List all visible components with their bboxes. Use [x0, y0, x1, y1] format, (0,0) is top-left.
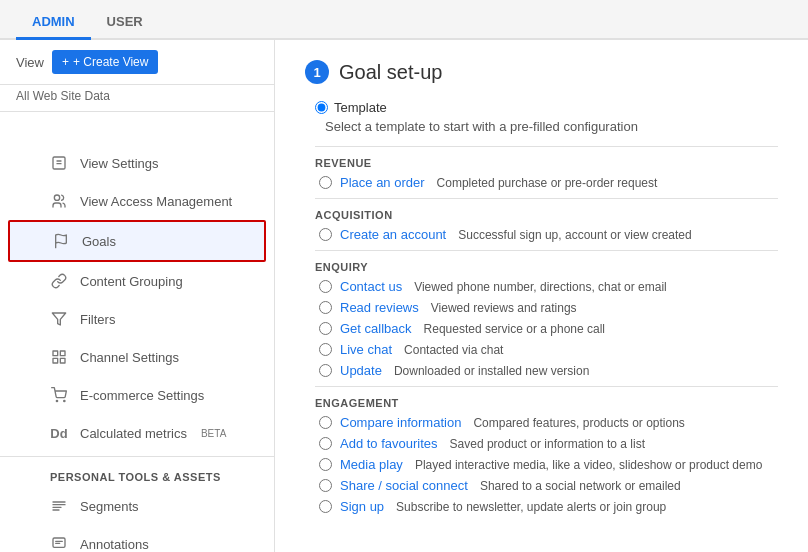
add-favourites-label[interactable]: Add to favourites [340, 436, 438, 451]
back-arrow-button[interactable] [0, 112, 32, 144]
update-radio[interactable] [319, 364, 332, 377]
create-account-label[interactable]: Create an account [340, 227, 446, 242]
read-reviews-desc: Viewed reviews and ratings [431, 301, 577, 315]
sign-up-label[interactable]: Sign up [340, 499, 384, 514]
svg-marker-5 [52, 313, 65, 325]
sidebar-item-label: Filters [80, 312, 115, 327]
goal-option-add-favourites: Add to favourites Saved product or infor… [315, 436, 778, 451]
share-social-label[interactable]: Share / social connect [340, 478, 468, 493]
view-label: View [16, 55, 44, 70]
plus-icon: + [62, 55, 69, 69]
acquisition-section-label: ACQUISITION [315, 209, 778, 221]
svg-point-10 [56, 400, 57, 401]
read-reviews-radio[interactable] [319, 301, 332, 314]
page-title: Goal set-up [339, 61, 442, 84]
media-play-desc: Played interactive media, like a video, … [415, 458, 763, 472]
sidebar-item-content-grouping[interactable]: Content Grouping [0, 262, 274, 300]
svg-rect-7 [60, 351, 65, 356]
revenue-section-label: REVENUE [315, 157, 778, 169]
goal-option-sign-up: Sign up Subscribe to newsletter, update … [315, 499, 778, 514]
sidebar-item-ecommerce[interactable]: E-commerce Settings [0, 376, 274, 414]
contact-us-label[interactable]: Contact us [340, 279, 402, 294]
sign-up-desc: Subscribe to newsletter, update alerts o… [396, 500, 666, 514]
update-desc: Downloaded or installed new version [394, 364, 589, 378]
svg-rect-6 [53, 351, 58, 356]
filter-icon [50, 310, 68, 328]
goal-option-get-callback: Get callback Requested service or a phon… [315, 321, 778, 336]
grid-icon [50, 348, 68, 366]
create-account-desc: Successful sign up, account or view crea… [458, 228, 691, 242]
live-chat-radio[interactable] [319, 343, 332, 356]
step-number: 1 [305, 60, 329, 84]
goal-option-media-play: Media play Played interactive media, lik… [315, 457, 778, 472]
sidebar-item-view-settings[interactable]: View Settings [0, 144, 274, 182]
media-play-radio[interactable] [319, 458, 332, 471]
compare-info-desc: Compared features, products or options [473, 416, 684, 430]
add-favourites-radio[interactable] [319, 437, 332, 450]
tab-user[interactable]: USER [91, 6, 159, 40]
template-radio[interactable] [315, 101, 328, 114]
compare-info-radio[interactable] [319, 416, 332, 429]
create-view-button[interactable]: + + Create View [52, 50, 159, 74]
sidebar-item-label: E-commerce Settings [80, 388, 204, 403]
media-play-label[interactable]: Media play [340, 457, 403, 472]
flag-icon [52, 232, 70, 250]
place-order-label[interactable]: Place an order [340, 175, 425, 190]
create-account-radio[interactable] [319, 228, 332, 241]
sidebar-item-channel-settings[interactable]: Channel Settings [0, 338, 274, 376]
goal-option-contact-us: Contact us Viewed phone number, directio… [315, 279, 778, 294]
annotations-icon [50, 535, 68, 552]
sidebar-item-label: View Settings [80, 156, 159, 171]
read-reviews-label[interactable]: Read reviews [340, 300, 419, 315]
live-chat-label[interactable]: Live chat [340, 342, 392, 357]
place-order-desc: Completed purchase or pre-order request [437, 176, 658, 190]
goal-option-create-account: Create an account Successful sign up, ac… [315, 227, 778, 242]
site-name: All Web Site Data [0, 85, 274, 112]
goal-option-update: Update Downloaded or installed new versi… [315, 363, 778, 378]
get-callback-desc: Requested service or a phone call [424, 322, 605, 336]
people-icon [50, 192, 68, 210]
sidebar-item-filters[interactable]: Filters [0, 300, 274, 338]
svg-rect-8 [60, 358, 65, 363]
sidebar-item-calculated-metrics[interactable]: Dd Calculated metrics BETA [0, 414, 274, 452]
create-view-label: + Create View [73, 55, 149, 69]
share-social-radio[interactable] [319, 479, 332, 492]
sidebar-item-goals[interactable]: Goals [8, 220, 266, 262]
segments-icon [50, 497, 68, 515]
live-chat-desc: Contacted via chat [404, 343, 503, 357]
engagement-section-label: ENGAGEMENT [315, 397, 778, 409]
goal-option-live-chat: Live chat Contacted via chat [315, 342, 778, 357]
svg-point-3 [54, 195, 59, 200]
contact-us-radio[interactable] [319, 280, 332, 293]
template-section: Template Select a template to start with… [315, 100, 778, 514]
sign-up-radio[interactable] [319, 500, 332, 513]
sidebar-item-annotations[interactable]: Annotations [0, 525, 274, 552]
sidebar-item-segments[interactable]: Segments [0, 487, 274, 525]
sidebar-item-label: Channel Settings [80, 350, 179, 365]
tab-admin[interactable]: ADMIN [16, 6, 91, 40]
goal-setup-header: 1 Goal set-up [305, 60, 778, 84]
sidebar-item-view-access[interactable]: View Access Management [0, 182, 274, 220]
doc-icon [50, 154, 68, 172]
beta-badge: BETA [201, 428, 226, 439]
get-callback-radio[interactable] [319, 322, 332, 335]
template-label[interactable]: Template [334, 100, 387, 115]
goal-option-place-an-order: Place an order Completed purchase or pre… [315, 175, 778, 190]
place-order-radio[interactable] [319, 176, 332, 189]
sidebar-item-label: Calculated metrics [80, 426, 187, 441]
personal-section-title: PERSONAL TOOLS & ASSETS [0, 461, 274, 487]
share-social-desc: Shared to a social network or emailed [480, 479, 681, 493]
sidebar: View + + Create View All Web Site Data [0, 40, 275, 552]
update-label[interactable]: Update [340, 363, 382, 378]
get-callback-label[interactable]: Get callback [340, 321, 412, 336]
sidebar-item-label: View Access Management [80, 194, 232, 209]
main-content: 1 Goal set-up Template Select a template… [275, 40, 808, 552]
template-description: Select a template to start with a pre-fi… [325, 119, 778, 134]
sidebar-item-label: Segments [80, 499, 139, 514]
calculated-icon: Dd [50, 424, 68, 442]
template-radio-option[interactable]: Template [315, 100, 778, 115]
add-favourites-desc: Saved product or information to a list [450, 437, 645, 451]
svg-rect-9 [53, 358, 58, 363]
sidebar-item-label: Annotations [80, 537, 149, 552]
compare-info-label[interactable]: Compare information [340, 415, 461, 430]
